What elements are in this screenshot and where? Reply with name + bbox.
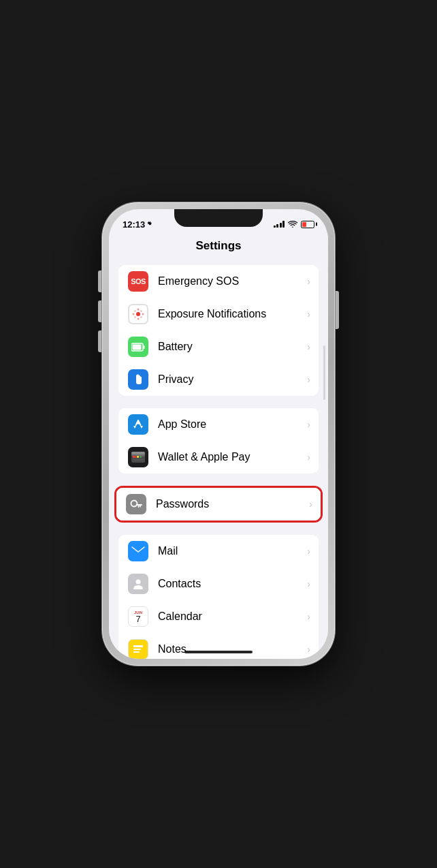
icon-notes — [128, 639, 148, 659]
icon-passwords — [126, 494, 146, 514]
row-exposure-notifications[interactable]: Exposure Notifications › — [118, 298, 319, 330]
label-privacy: Privacy — [158, 373, 304, 386]
phone-frame: 12:13 — [102, 202, 335, 666]
exposure-svg — [131, 307, 146, 322]
svg-point-8 — [134, 316, 135, 317]
row-passwords[interactable]: Passwords › — [116, 488, 321, 521]
icon-battery — [128, 337, 148, 357]
icon-wallet — [128, 447, 148, 467]
svg-rect-31 — [133, 651, 140, 653]
chevron-battery: › — [307, 341, 310, 352]
label-notes: Notes — [158, 643, 304, 655]
chevron-wallet: › — [307, 452, 310, 463]
home-bar[interactable] — [184, 651, 253, 653]
icon-privacy — [128, 369, 148, 390]
label-calendar: Calendar — [158, 610, 304, 623]
calendar-day: 7 — [135, 615, 140, 623]
svg-point-9 — [140, 316, 142, 317]
time-display: 12:13 — [123, 219, 145, 230]
svg-point-3 — [137, 318, 140, 320]
battery-status-icon — [301, 221, 314, 228]
row-wallet[interactable]: Wallet & Apple Pay › — [118, 441, 319, 474]
chevron-emergency-sos: › — [307, 276, 310, 287]
settings-group-1: SOS Emergency SOS › — [118, 265, 319, 396]
row-battery[interactable]: Battery › — [118, 330, 319, 363]
section-1: SOS Emergency SOS › — [109, 265, 328, 396]
row-privacy[interactable]: Privacy › — [118, 363, 319, 396]
wallet-svg — [131, 451, 146, 463]
scroll-area[interactable]: SOS Emergency SOS › — [109, 258, 328, 659]
settings-group-passwords: Passwords › — [116, 488, 321, 521]
chevron-passwords: › — [309, 499, 312, 510]
svg-rect-12 — [133, 344, 142, 350]
label-passwords: Passwords — [156, 498, 306, 510]
icon-contacts — [128, 574, 148, 594]
phone-screen: 12:13 — [109, 209, 328, 659]
label-exposure: Exposure Notifications — [158, 308, 304, 320]
section-2: App Store › — [109, 408, 328, 474]
svg-point-6 — [134, 310, 135, 311]
chevron-contacts: › — [307, 578, 310, 589]
wifi-icon — [288, 221, 297, 228]
svg-point-1 — [136, 312, 140, 316]
contacts-svg — [131, 576, 146, 591]
screen-content: Settings SOS Emergency SOS › — [109, 235, 328, 659]
calendar-display: JUN 7 — [134, 610, 142, 623]
chevron-mail: › — [307, 546, 310, 557]
label-emergency-sos: Emergency SOS — [158, 275, 304, 288]
signal-bar-3 — [280, 223, 282, 228]
row-calendar[interactable]: JUN 7 Calendar › — [118, 600, 319, 633]
row-notes[interactable]: Notes › — [118, 633, 319, 659]
icon-emergency-sos: SOS — [128, 271, 148, 292]
sos-text: SOS — [131, 277, 146, 285]
privacy-svg — [131, 373, 145, 386]
nav-header: Settings — [109, 235, 328, 258]
chevron-exposure: › — [307, 309, 310, 320]
scroll-indicator — [323, 345, 325, 400]
passwords-highlight-border: Passwords › — [114, 486, 323, 523]
chevron-calendar: › — [307, 611, 310, 622]
status-right — [274, 221, 315, 228]
passwords-svg — [129, 497, 143, 511]
notch — [174, 209, 263, 227]
row-app-store[interactable]: App Store › — [118, 408, 319, 441]
svg-point-2 — [137, 309, 140, 311]
label-wallet: Wallet & Apple Pay — [158, 451, 304, 463]
icon-exposure — [128, 304, 148, 324]
icon-app-store — [128, 414, 148, 435]
svg-rect-19 — [140, 456, 142, 458]
svg-point-21 — [131, 501, 137, 507]
icon-mail — [128, 541, 148, 561]
row-emergency-sos[interactable]: SOS Emergency SOS › — [118, 265, 319, 298]
battery-svg — [131, 343, 145, 352]
row-mail[interactable]: Mail › — [118, 535, 319, 568]
status-time: 12:13 — [123, 219, 153, 230]
row-contacts[interactable]: Contacts › — [118, 568, 319, 600]
icon-calendar: JUN 7 — [128, 606, 148, 627]
mail-svg — [131, 546, 146, 557]
svg-rect-30 — [133, 649, 141, 650]
chevron-app-store: › — [307, 419, 310, 430]
settings-group-2: App Store › — [118, 408, 319, 474]
section-4: Mail › Contacts — [109, 535, 328, 659]
location-icon — [147, 221, 153, 228]
svg-point-7 — [140, 310, 142, 311]
appstore-svg — [131, 418, 145, 431]
svg-point-27 — [136, 580, 141, 585]
label-app-store: App Store — [158, 418, 304, 431]
svg-rect-16 — [131, 452, 145, 454]
chevron-privacy: › — [307, 374, 310, 385]
svg-rect-17 — [133, 456, 136, 458]
signal-bar-2 — [276, 224, 278, 228]
svg-point-5 — [142, 313, 144, 315]
signal-bar-4 — [282, 221, 285, 228]
label-contacts: Contacts — [158, 578, 304, 590]
signal-bars — [274, 221, 285, 228]
label-battery: Battery — [158, 341, 304, 353]
label-mail: Mail — [158, 545, 304, 557]
battery-fill — [302, 222, 306, 227]
svg-rect-29 — [133, 645, 143, 647]
chevron-notes: › — [307, 644, 310, 655]
svg-rect-18 — [137, 456, 139, 458]
settings-group-4: Mail › Contacts — [118, 535, 319, 659]
